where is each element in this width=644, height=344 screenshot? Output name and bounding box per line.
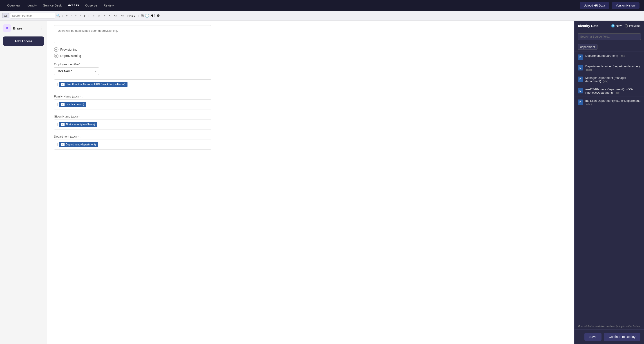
op-lte[interactable]: <= <box>113 14 118 18</box>
nav-item-review[interactable]: Review <box>101 3 116 8</box>
op-equals[interactable]: = <box>92 14 96 18</box>
nav-item-service-desk[interactable]: Service Desk <box>40 3 64 8</box>
list-item-name: ms-DS-Phonetic-Department(msDS-PhoneticD… <box>585 88 633 94</box>
provisioning-toggle-row[interactable]: Provisioning <box>54 47 568 52</box>
right-panel-list: D Department (department) (abc) D Depart… <box>574 52 644 323</box>
formula-sep: | <box>62 14 63 17</box>
list-item-type: (abc) <box>586 68 592 71</box>
upn-attribute-field[interactable]: | ≡ User Principal Name or UPN (userPrin… <box>54 79 211 89</box>
formula-sep2: | <box>138 14 139 17</box>
op-lparen[interactable]: ( <box>83 14 86 18</box>
list-item-text: ms-Exch-Department(msExchDepartment) (ab… <box>585 99 641 106</box>
op-minus[interactable]: - <box>70 14 73 18</box>
list-item-type: (abc) <box>586 103 592 106</box>
employee-id-field-group: Employee Identifier* User Name ▾ <box>54 63 211 75</box>
version-history-button[interactable]: Version History <box>612 2 640 9</box>
employee-id-select[interactable]: User Name <box>54 67 99 75</box>
op-gte[interactable]: >= <box>120 14 125 18</box>
radio-new[interactable]: New <box>612 24 622 28</box>
nav-item-identity[interactable]: Identity <box>24 3 39 8</box>
filter-tag[interactable]: department <box>578 44 598 50</box>
given-name-label: Given Name (abc) * <box>54 115 80 118</box>
list-item-icon: D <box>578 99 583 105</box>
radio-previous[interactable]: Previous <box>625 24 640 28</box>
list-item-icon: D <box>578 77 583 82</box>
right-panel-filter-area: department <box>574 42 644 52</box>
given-name-tag: ≡ First Name (givenName) <box>59 122 97 127</box>
op-multiply[interactable]: * <box>74 14 78 18</box>
nav-item-access[interactable]: Access <box>65 3 82 8</box>
grid-icon-btn[interactable]: ⊞ <box>141 14 144 18</box>
text-icon-btn[interactable]: A <box>150 14 153 18</box>
op-divide[interactable]: / <box>79 14 82 18</box>
content-area: Users will be deactivated upon deprovisi… <box>47 21 574 344</box>
list-item-type: (abc) <box>620 55 626 57</box>
fx-button[interactable]: fx <box>2 13 9 18</box>
list-item-text: Department Number (departmentNumber) (ab… <box>585 65 641 71</box>
op-pipe-equals[interactable]: |= <box>97 14 102 18</box>
list-item-name: Department Number (departmentNumber) <box>585 65 640 68</box>
sidebar-brand-name: Braze <box>13 26 38 30</box>
nav-item-overview[interactable]: Overview <box>4 3 23 8</box>
op-prev[interactable]: PREV <box>126 14 136 18</box>
op-greater[interactable]: > <box>102 14 106 18</box>
deprovisioning-label: Deprovisioning <box>60 54 81 58</box>
right-panel-search-area <box>574 31 644 42</box>
info-icon-btn[interactable]: ℹ <box>154 14 156 18</box>
op-less[interactable]: < <box>108 14 112 18</box>
list-item-text: ms-DS-Phonetic-Department(msDS-PhoneticD… <box>585 88 641 94</box>
family-name-field-group: Family Name (abc) * : | ≡ Last Name (sn) <box>54 95 211 109</box>
clock-icon-btn[interactable]: 🕐 <box>145 14 149 18</box>
op-rparen[interactable]: ) <box>87 14 90 18</box>
sidebar: B Braze ⋮ Add Access <box>0 21 47 344</box>
given-name-attribute-field[interactable]: | ≡ First Name (givenName) <box>54 119 211 129</box>
sidebar-logo: B <box>3 24 11 32</box>
list-item-icon: D <box>578 55 583 60</box>
search-icon: 🔍 <box>56 14 60 18</box>
list-item-name: ms-Exch-Department(msExchDepartment) <box>585 99 641 102</box>
list-item-type: (abc) <box>603 80 608 83</box>
source-field-search-input[interactable] <box>578 33 641 40</box>
list-item[interactable]: D Department (department) (abc) <box>574 52 644 62</box>
right-panel-header: Identity Data New Previous <box>574 21 644 31</box>
list-item-icon: D <box>578 65 583 70</box>
deprovisioning-toggle-row[interactable]: Deprovisioning <box>54 54 568 58</box>
department-field-group: Department (abc) * : | ≡ Department (dep… <box>54 135 211 149</box>
top-nav: Overview Identity Service Desk Access Ob… <box>0 0 644 11</box>
search-function-input[interactable] <box>10 13 55 19</box>
save-button[interactable]: Save <box>584 333 602 341</box>
upload-hr-data-button[interactable]: Upload HR Data <box>580 2 609 9</box>
family-name-tag: ≡ Last Name (sn) <box>59 102 86 107</box>
family-name-colon: : <box>82 95 83 98</box>
list-item[interactable]: D Manager Department (manager-department… <box>574 74 644 85</box>
list-item-name: Department (department) <box>585 54 618 57</box>
nav-item-observe[interactable]: Observe <box>82 3 100 8</box>
sidebar-more-icon[interactable]: ⋮ <box>40 26 44 31</box>
right-panel-footer-note: More attributes available, continue typi… <box>574 323 644 329</box>
department-tag: ≡ Department (department) <box>59 142 98 147</box>
right-panel: Identity Data New Previous department <box>574 21 644 344</box>
list-item-text: Manager Department (manager-department) … <box>585 76 641 83</box>
list-item-icon: D <box>578 88 583 93</box>
right-panel-actions: Save Continue to Deploy <box>574 329 644 344</box>
department-label: Department (abc) * <box>54 135 79 138</box>
continue-to-deploy-button[interactable]: Continue to Deploy <box>604 333 640 341</box>
op-plus[interactable]: + <box>65 14 69 18</box>
list-item-type: (abc) <box>614 91 620 94</box>
sidebar-brand: B Braze ⋮ <box>3 24 44 32</box>
department-colon: : <box>80 135 82 138</box>
right-panel-title: Identity Data <box>578 24 598 28</box>
list-item[interactable]: D ms-DS-Phonetic-Department(msDS-Phoneti… <box>574 85 644 97</box>
list-item[interactable]: D Department Number (departmentNumber) (… <box>574 62 644 74</box>
settings-icon-btn[interactable]: ⚙ <box>157 14 160 18</box>
given-name-field-group: Given Name (abc) * : | ≡ First Name (giv… <box>54 115 211 129</box>
list-item[interactable]: D ms-Exch-Department(msExchDepartment) (… <box>574 97 644 108</box>
radio-group: New Previous <box>612 24 640 28</box>
employee-id-label: Employee Identifier* <box>54 63 211 66</box>
department-attribute-field[interactable]: | ≡ Department (department) <box>54 140 211 149</box>
deprovisioning-note-box: Users will be deactivated upon deprovisi… <box>54 25 211 43</box>
add-access-button[interactable]: Add Access <box>3 37 44 46</box>
family-name-attribute-field[interactable]: | ≡ Last Name (sn) <box>54 99 211 109</box>
upn-field-group: | ≡ User Principal Name or UPN (userPrin… <box>54 79 211 89</box>
upn-tag: ≡ User Principal Name or UPN (userPrinci… <box>59 82 128 87</box>
